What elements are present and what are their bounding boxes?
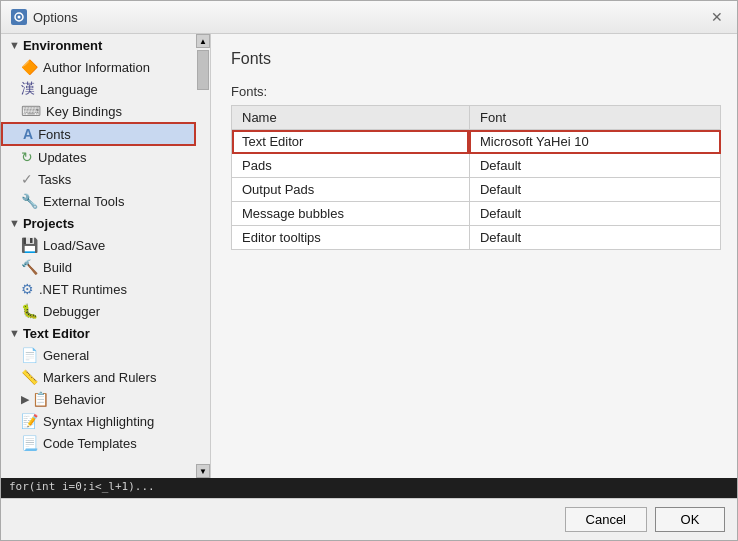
- sidebar-group-text-editor-label: Text Editor: [23, 326, 90, 341]
- key-bindings-icon: ⌨: [21, 103, 41, 119]
- language-icon: 漢: [21, 80, 35, 98]
- cancel-button[interactable]: Cancel: [565, 507, 647, 532]
- fonts-table: Name Font Text EditorMicrosoft YaHei 10P…: [231, 105, 721, 250]
- options-icon: [13, 11, 25, 23]
- sidebar-item-markers-and-rulers[interactable]: 📏 Markers and Rulers: [1, 366, 196, 388]
- sidebar-item-updates[interactable]: ↻ Updates: [1, 146, 196, 168]
- table-cell-name: Pads: [232, 154, 470, 178]
- sidebar-item-tasks-label: Tasks: [38, 172, 71, 187]
- fonts-label: Fonts:: [231, 84, 717, 99]
- sidebar-item-syntax-highlighting[interactable]: 📝 Syntax Highlighting: [1, 410, 196, 432]
- updates-icon: ↻: [21, 149, 33, 165]
- sidebar-group-projects[interactable]: ▼ Projects: [1, 212, 196, 234]
- sidebar-item-dotnet-runtimes[interactable]: ⚙ .NET Runtimes: [1, 278, 196, 300]
- close-button[interactable]: ✕: [707, 7, 727, 27]
- sidebar-item-language-label: Language: [40, 82, 98, 97]
- code-preview-text: for(int i=0;i<_l+1)...: [9, 480, 155, 493]
- fonts-icon: A: [23, 126, 33, 142]
- sidebar-item-build[interactable]: 🔨 Build: [1, 256, 196, 278]
- table-cell-font: Default: [469, 226, 720, 250]
- column-header-font: Font: [469, 106, 720, 130]
- sidebar-item-general[interactable]: 📄 General: [1, 344, 196, 366]
- scroll-up-btn[interactable]: ▲: [196, 34, 210, 48]
- sidebar-item-fonts-label: Fonts: [38, 127, 71, 142]
- options-dialog: Options ✕ ▼ Environment 🔶 Author Informa…: [0, 0, 738, 541]
- sidebar-item-fonts[interactable]: A Fonts: [1, 122, 196, 146]
- right-panel: Fonts Fonts: Name Font Text EditorMicros…: [211, 34, 737, 478]
- sidebar-item-markers-and-rulers-label: Markers and Rulers: [43, 370, 156, 385]
- markers-icon: 📏: [21, 369, 38, 385]
- table-cell-font: Default: [469, 178, 720, 202]
- sidebar-item-load-save[interactable]: 💾 Load/Save: [1, 234, 196, 256]
- sidebar-item-dotnet-runtimes-label: .NET Runtimes: [39, 282, 127, 297]
- sidebar-item-external-tools-label: External Tools: [43, 194, 124, 209]
- sidebar-item-syntax-highlighting-label: Syntax Highlighting: [43, 414, 154, 429]
- sidebar-item-updates-label: Updates: [38, 150, 86, 165]
- sidebar-item-load-save-label: Load/Save: [43, 238, 105, 253]
- sidebar-item-code-templates[interactable]: 📃 Code Templates: [1, 432, 196, 454]
- table-cell-name: Editor tooltips: [232, 226, 470, 250]
- sidebar-item-key-bindings-label: Key Bindings: [46, 104, 122, 119]
- table-row[interactable]: Message bubblesDefault: [232, 202, 721, 226]
- load-save-icon: 💾: [21, 237, 38, 253]
- ok-button[interactable]: OK: [655, 507, 725, 532]
- dialog-icon: [11, 9, 27, 25]
- table-row[interactable]: Text EditorMicrosoft YaHei 10: [232, 130, 721, 154]
- build-icon: 🔨: [21, 259, 38, 275]
- sidebar-wrapper: ▼ Environment 🔶 Author Information 漢 Lan…: [1, 34, 211, 478]
- behavior-icon: 📋: [32, 391, 49, 407]
- sidebar-item-debugger-label: Debugger: [43, 304, 100, 319]
- panel-title: Fonts: [231, 50, 717, 72]
- sidebar-group-text-editor[interactable]: ▼ Text Editor: [1, 322, 196, 344]
- sidebar-item-build-label: Build: [43, 260, 72, 275]
- scroll-thumb[interactable]: [197, 50, 209, 90]
- external-tools-icon: 🔧: [21, 193, 38, 209]
- table-cell-font: Default: [469, 154, 720, 178]
- debugger-icon: 🐛: [21, 303, 38, 319]
- sidebar-item-general-label: General: [43, 348, 89, 363]
- footer-area: for(int i=0;i<_l+1)... Cancel OK: [1, 478, 737, 540]
- sidebar-group-projects-label: Projects: [23, 216, 74, 231]
- sidebar-item-author-information-label: Author Information: [43, 60, 150, 75]
- footer: Cancel OK: [1, 498, 737, 540]
- title-bar-left: Options: [11, 9, 78, 25]
- expand-arrow-projects: ▼: [9, 217, 20, 229]
- general-icon: 📄: [21, 347, 38, 363]
- code-preview: for(int i=0;i<_l+1)...: [1, 478, 737, 498]
- sidebar-item-key-bindings[interactable]: ⌨ Key Bindings: [1, 100, 196, 122]
- sidebar-item-tasks[interactable]: ✓ Tasks: [1, 168, 196, 190]
- sidebar-item-code-templates-label: Code Templates: [43, 436, 137, 451]
- table-cell-font: Microsoft YaHei 10: [469, 130, 720, 154]
- column-header-name: Name: [232, 106, 470, 130]
- sidebar-scrollbar[interactable]: ▲ ▼: [196, 34, 210, 478]
- code-templates-icon: 📃: [21, 435, 38, 451]
- sidebar-item-language[interactable]: 漢 Language: [1, 78, 196, 100]
- sidebar-item-behavior-label: Behavior: [54, 392, 105, 407]
- sidebar-item-debugger[interactable]: 🐛 Debugger: [1, 300, 196, 322]
- dialog-title: Options: [33, 10, 78, 25]
- sidebar-group-environment[interactable]: ▼ Environment: [1, 34, 196, 56]
- expand-arrow-environment: ▼: [9, 39, 20, 51]
- table-row[interactable]: Editor tooltipsDefault: [232, 226, 721, 250]
- author-icon: 🔶: [21, 59, 38, 75]
- sidebar: ▼ Environment 🔶 Author Information 漢 Lan…: [1, 34, 196, 478]
- table-header-row: Name Font: [232, 106, 721, 130]
- main-content: ▼ Environment 🔶 Author Information 漢 Lan…: [1, 34, 737, 478]
- table-cell-name: Text Editor: [232, 130, 470, 154]
- sidebar-item-external-tools[interactable]: 🔧 External Tools: [1, 190, 196, 212]
- fonts-table-body: Text EditorMicrosoft YaHei 10PadsDefault…: [232, 130, 721, 250]
- expand-arrow-text-editor: ▼: [9, 327, 20, 339]
- expand-arrow-behavior: ▶: [21, 393, 29, 406]
- dotnet-icon: ⚙: [21, 281, 34, 297]
- sidebar-item-behavior[interactable]: ▶ 📋 Behavior: [1, 388, 196, 410]
- sidebar-item-author-information[interactable]: 🔶 Author Information: [1, 56, 196, 78]
- table-row[interactable]: Output PadsDefault: [232, 178, 721, 202]
- syntax-icon: 📝: [21, 413, 38, 429]
- title-bar: Options ✕: [1, 1, 737, 34]
- table-row[interactable]: PadsDefault: [232, 154, 721, 178]
- table-cell-name: Message bubbles: [232, 202, 470, 226]
- table-cell-name: Output Pads: [232, 178, 470, 202]
- svg-point-1: [18, 16, 21, 19]
- tasks-icon: ✓: [21, 171, 33, 187]
- scroll-down-btn[interactable]: ▼: [196, 464, 210, 478]
